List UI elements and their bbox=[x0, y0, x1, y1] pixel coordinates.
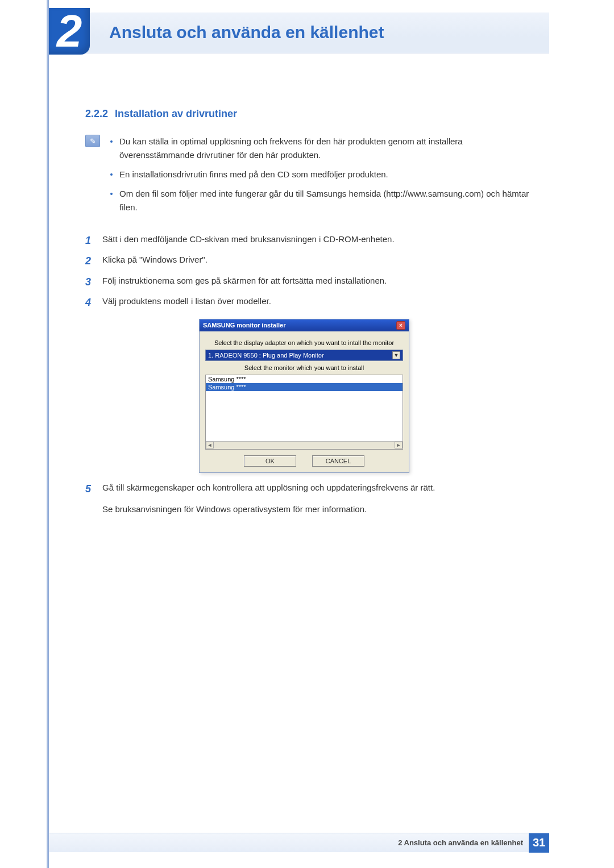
note-item: Du kan ställa in optimal upplösning och … bbox=[110, 135, 534, 162]
footer-text: 2 Ansluta och använda en källenhet bbox=[398, 838, 523, 847]
scroll-left-icon[interactable]: ◄ bbox=[206, 442, 214, 448]
close-icon[interactable]: × bbox=[396, 321, 405, 330]
step-1: 1Sätt i den medföljande CD-skivan med br… bbox=[85, 231, 534, 250]
chevron-down-icon[interactable]: ▼ bbox=[392, 351, 400, 359]
bullet-icon bbox=[110, 193, 113, 195]
step-number: 3 bbox=[85, 273, 94, 291]
step-2: 2Klicka på "Windows Driver". bbox=[85, 252, 534, 270]
section-heading: 2.2.2Installation av drivrutiner bbox=[85, 108, 534, 120]
bullet-icon bbox=[110, 173, 113, 176]
step-5: 5Gå till skärmegenskaper och kontrollera… bbox=[85, 480, 534, 498]
side-stripe bbox=[47, 0, 49, 868]
monitor-label: Select the monitor which you want to ins… bbox=[205, 364, 403, 371]
step-number: 2 bbox=[85, 252, 94, 270]
dialog-buttons: OK CANCEL bbox=[205, 455, 403, 467]
step-3: 3Följ instruktionerna som ges på skärmen… bbox=[85, 273, 534, 291]
monitor-option[interactable]: Samsung **** bbox=[206, 375, 403, 383]
steps-list: 1Sätt i den medföljande CD-skivan med br… bbox=[85, 231, 534, 312]
note-item: Om den fil som följer med inte fungerar … bbox=[110, 187, 534, 214]
monitor-listbox[interactable]: Samsung **** Samsung **** ◄ ► bbox=[205, 375, 403, 450]
step-text: Följ instruktionerna som ges på skärmen … bbox=[102, 273, 387, 291]
section-title: Installation av drivrutiner bbox=[115, 108, 237, 119]
step-4: 4Välj produktens modell i listan över mo… bbox=[85, 293, 534, 312]
bullet-icon bbox=[110, 140, 113, 143]
installer-dialog: SAMSUNG monitor installer × Select the d… bbox=[199, 319, 409, 473]
step-number: 5 bbox=[85, 480, 94, 498]
note-icon: ✎ bbox=[85, 135, 100, 147]
horizontal-scrollbar[interactable]: ◄ ► bbox=[206, 441, 403, 449]
page-number: 31 bbox=[529, 833, 549, 853]
step-text: Sätt i den medföljande CD-skivan med bru… bbox=[102, 231, 395, 250]
scroll-right-icon[interactable]: ► bbox=[395, 442, 403, 448]
adapter-selected: 1. RADEON 9550 : Plug and Play Monitor bbox=[208, 352, 324, 359]
section-number: 2.2.2 bbox=[85, 108, 108, 119]
page-footer: 2 Ansluta och använda en källenhet 31 bbox=[49, 833, 549, 852]
note-list: Du kan ställa in optimal upplösning och … bbox=[110, 135, 534, 220]
step-5-extra: Se bruksanvisningen för Windows operativ… bbox=[102, 501, 534, 517]
step-text: Välj produktens modell i listan över mod… bbox=[102, 293, 271, 312]
chapter-title: Ansluta och använda en källenhet bbox=[109, 23, 384, 42]
note-item: En installationsdrivrutin finns med på d… bbox=[110, 168, 534, 181]
installer-title: SAMSUNG monitor installer bbox=[203, 322, 285, 329]
step-number: 4 bbox=[85, 293, 94, 312]
cancel-button[interactable]: CANCEL bbox=[312, 455, 364, 467]
ok-button[interactable]: OK bbox=[244, 455, 296, 467]
note-text: En installationsdrivrutin finns med på d… bbox=[119, 168, 388, 181]
adapter-dropdown[interactable]: 1. RADEON 9550 : Plug and Play Monitor ▼ bbox=[205, 350, 403, 361]
monitor-option-selected[interactable]: Samsung **** bbox=[206, 383, 403, 391]
step-text: Gå till skärmegenskaper och kontrollera … bbox=[102, 480, 435, 498]
step-number: 1 bbox=[85, 231, 94, 250]
note-text: Om den fil som följer med inte fungerar … bbox=[119, 187, 534, 214]
installer-titlebar: SAMSUNG monitor installer × bbox=[200, 319, 409, 331]
note-text: Du kan ställa in optimal upplösning och … bbox=[119, 135, 534, 162]
note-block: ✎ Du kan ställa in optimal upplösning oc… bbox=[85, 135, 534, 220]
step-text: Klicka på "Windows Driver". bbox=[102, 252, 208, 270]
installer-body: Select the display adapter on which you … bbox=[200, 331, 409, 472]
content-area: 2.2.2Installation av drivrutiner ✎ Du ka… bbox=[85, 108, 534, 517]
adapter-label: Select the display adapter on which you … bbox=[205, 339, 403, 346]
chapter-number-badge: 2 bbox=[49, 8, 90, 55]
